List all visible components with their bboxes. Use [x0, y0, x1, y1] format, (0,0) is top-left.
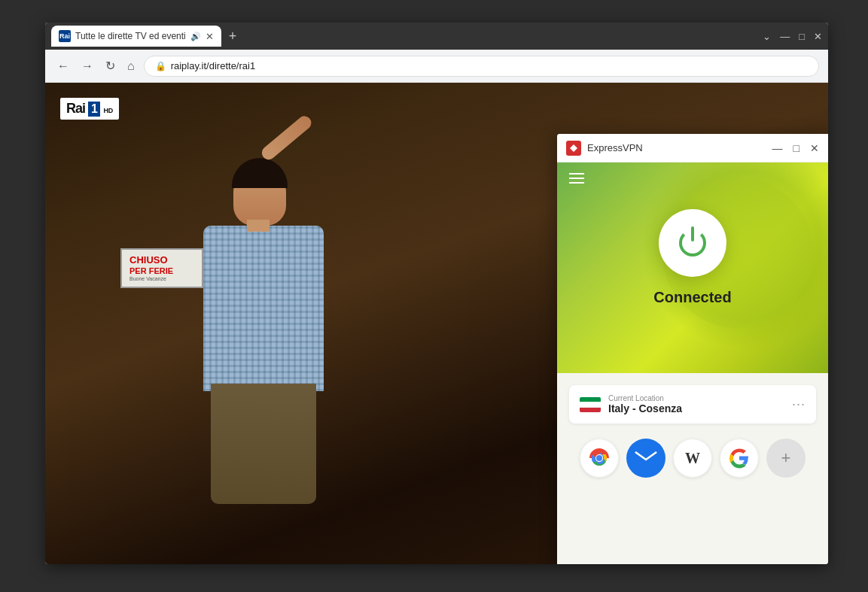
browser-window: Rai Tutte le dirette TV ed eventi 🔊 ✕ + …: [45, 23, 828, 564]
vpn-restore-button[interactable]: □: [793, 142, 799, 154]
tab-audio-icon: 🔊: [190, 32, 201, 41]
window-controls: ⌄ — □ ✕: [763, 31, 822, 42]
content-area: Rai 1 HD CHIUSO PER FERIE Buone Vacanze …: [45, 83, 828, 564]
wikipedia-label: W: [685, 450, 700, 467]
vpn-minimize-button[interactable]: —: [772, 142, 783, 154]
power-icon: [676, 226, 709, 260]
home-button[interactable]: ⌂: [124, 56, 138, 76]
window-restore-button[interactable]: □: [799, 31, 805, 42]
gmail-icon: [634, 449, 658, 467]
vpn-body: Current Location Italy - Cosenza ···: [557, 373, 828, 564]
add-shortcut-button[interactable]: +: [766, 439, 806, 478]
shirt: [203, 226, 324, 391]
chrome-icon: [587, 446, 611, 470]
window-minimize2-button[interactable]: —: [780, 31, 790, 42]
title-bar: Rai Tutte le dirette TV ed eventi 🔊 ✕ + …: [45, 23, 828, 50]
google-shortcut[interactable]: [720, 439, 759, 478]
window-close-button[interactable]: ✕: [814, 31, 822, 42]
vpn-header: Connected: [557, 162, 828, 373]
new-tab-button[interactable]: +: [229, 29, 237, 44]
add-icon: +: [781, 448, 791, 468]
lock-icon: 🔒: [155, 61, 166, 71]
vpn-titlebar: ExpressVPN — □ ✕: [557, 134, 828, 162]
address-bar: ← → ↻ ⌂ 🔒 raiplay.it/dirette/rai1: [45, 50, 828, 83]
tab-favicon: Rai: [59, 30, 71, 42]
channel-logo: Rai 1 HD: [60, 98, 119, 120]
vpn-title: ExpressVPN: [587, 142, 772, 153]
wikipedia-shortcut[interactable]: W: [673, 439, 712, 478]
expressvpn-panel: ExpressVPN — □ ✕: [557, 134, 828, 564]
person: [158, 128, 369, 504]
app-shortcuts: W +: [569, 433, 816, 484]
reload-button[interactable]: ↻: [102, 56, 118, 76]
location-name: Italy - Cosenza: [608, 402, 784, 414]
url-text: raiplay.it/dirette/rai1: [171, 60, 255, 71]
forward-button[interactable]: →: [78, 56, 96, 76]
italy-flag: [580, 397, 601, 412]
browser-tab[interactable]: Rai Tutte le dirette TV ed eventi 🔊 ✕: [51, 26, 221, 47]
vpn-power-button[interactable]: [659, 209, 726, 277]
vpn-logo-icon: [566, 141, 581, 156]
gmail-shortcut[interactable]: [626, 439, 665, 478]
channel-number: 1: [88, 102, 100, 117]
google-icon: [729, 448, 750, 469]
vpn-menu-button[interactable]: [557, 162, 596, 194]
location-more-button[interactable]: ···: [792, 396, 806, 412]
location-info: Current Location Italy - Cosenza: [608, 394, 784, 414]
location-label: Current Location: [608, 394, 784, 402]
svg-point-4: [596, 455, 602, 461]
back-button[interactable]: ←: [54, 56, 72, 76]
vpn-close-button[interactable]: ✕: [810, 142, 819, 154]
vpn-status: Connected: [653, 289, 731, 306]
window-minimize-button[interactable]: ⌄: [763, 31, 771, 42]
location-card[interactable]: Current Location Italy - Cosenza ···: [569, 385, 816, 424]
tab-close-button[interactable]: ✕: [206, 31, 214, 42]
vpn-window-controls: — □ ✕: [772, 142, 819, 154]
chrome-shortcut[interactable]: [580, 439, 619, 478]
tab-title: Tutte le dirette TV ed eventi: [75, 31, 186, 41]
url-bar[interactable]: 🔒 raiplay.it/dirette/rai1: [144, 56, 819, 77]
hamburger-icon: [569, 173, 584, 184]
